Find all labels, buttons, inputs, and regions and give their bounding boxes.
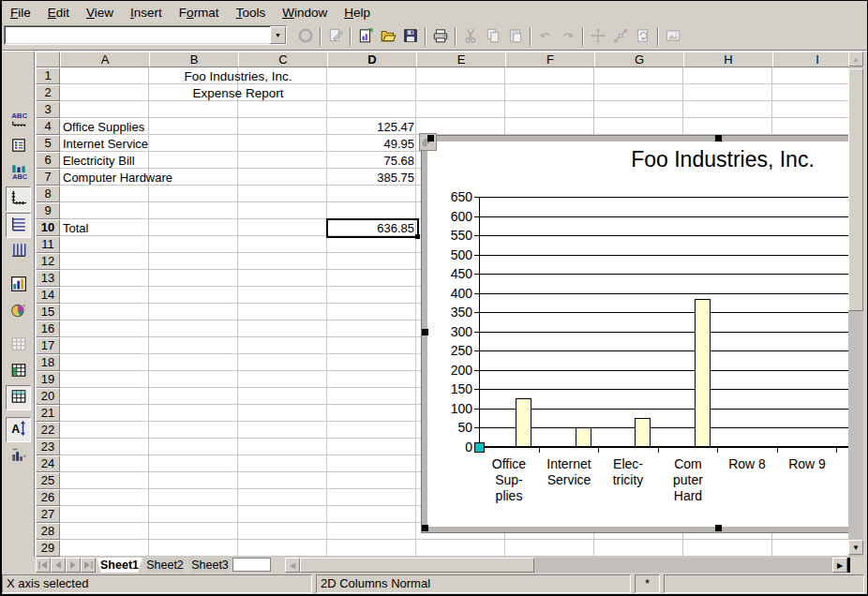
menu-window[interactable]: Window <box>274 3 336 22</box>
embedded-chart[interactable]: Foo Industries, Inc. 0501001502002503003… <box>422 136 848 532</box>
row-header-29[interactable]: 29 <box>36 540 60 557</box>
row-header-28[interactable]: 28 <box>36 523 60 540</box>
row-header-20[interactable]: 20 <box>36 388 60 405</box>
save-button[interactable] <box>399 25 422 48</box>
bar-computer-hard[interactable] <box>695 299 711 447</box>
horizontal-grid-on-off-button[interactable] <box>6 213 31 238</box>
row-header-4[interactable]: 4 <box>36 118 60 135</box>
selection-handle[interactable] <box>715 525 722 531</box>
row-header-15[interactable]: 15 <box>36 304 60 320</box>
tab-sheet1[interactable]: Sheet1 <box>97 558 142 573</box>
title-on-off-button[interactable]: ABC <box>6 108 31 133</box>
cell-a5[interactable]: Internet Service <box>63 137 321 152</box>
column-header-a[interactable]: A <box>60 52 150 67</box>
row-header-6[interactable]: 6 <box>36 152 60 169</box>
combobox-input[interactable] <box>5 26 270 44</box>
row-header-19[interactable]: 19 <box>36 371 60 388</box>
column-header-g[interactable]: G <box>594 52 684 67</box>
new-document-button[interactable] <box>354 25 377 48</box>
menu-help[interactable]: Help <box>336 3 379 22</box>
bar-internet-service[interactable] <box>576 427 591 447</box>
column-header-e[interactable]: E <box>416 52 506 67</box>
scroll-right-button[interactable]: ▶ <box>832 558 847 573</box>
cell-d7[interactable]: 385.75 <box>328 171 414 186</box>
fill-handle[interactable] <box>415 234 420 239</box>
row-header-11[interactable]: 11 <box>36 236 60 253</box>
column-header-h[interactable]: H <box>683 52 773 67</box>
auto-layout-button[interactable] <box>6 443 31 469</box>
x-axis-label[interactable]: OfficeSup-plies <box>479 456 539 504</box>
tab-sheet3[interactable]: Sheet3 <box>187 558 232 573</box>
previous-sheet-button[interactable] <box>51 558 66 573</box>
row-header-24[interactable]: 24 <box>36 455 60 472</box>
cell-a10[interactable]: Total <box>63 221 321 236</box>
first-sheet-button[interactable] <box>36 558 51 573</box>
row-header-10[interactable]: 10 <box>36 219 60 236</box>
row-header-17[interactable]: 17 <box>36 337 60 354</box>
horizontal-scrollbar[interactable]: ◀▶ <box>285 558 847 573</box>
row-header-1[interactable]: 1 <box>36 67 60 84</box>
cell-a7[interactable]: Computer Hardware <box>63 171 321 186</box>
cell-d4[interactable]: 125.47 <box>328 120 414 135</box>
vertical-scrollbar-thumb[interactable] <box>848 68 863 311</box>
row-header-12[interactable]: 12 <box>36 253 60 270</box>
row-header-21[interactable]: 21 <box>36 405 60 422</box>
axes-title-on-off-button[interactable]: ABC <box>6 160 31 186</box>
combobox-dropdown-button[interactable]: ▼ <box>270 26 286 44</box>
selection-handle[interactable] <box>422 525 428 531</box>
tab-sheet2[interactable]: Sheet2 <box>142 558 187 573</box>
axis-selection-handle[interactable] <box>474 442 485 453</box>
x-axis-label[interactable]: ComputerHard <box>658 456 718 504</box>
row-header-27[interactable]: 27 <box>36 506 60 523</box>
row-header-2[interactable]: 2 <box>36 84 60 101</box>
row-header-8[interactable]: 8 <box>36 186 60 202</box>
next-sheet-button[interactable] <box>66 558 81 573</box>
selection-handle[interactable] <box>427 135 434 142</box>
column-header-c[interactable]: C <box>238 52 328 67</box>
x-axis-label[interactable]: InternetService <box>539 456 599 488</box>
scroll-up-button[interactable]: ▲ <box>848 52 863 67</box>
cell-d5[interactable]: 49.95 <box>328 137 414 152</box>
row-header-16[interactable]: 16 <box>36 320 60 337</box>
bar-electricity[interactable] <box>635 418 651 447</box>
selection-handle[interactable] <box>422 329 428 335</box>
row-header-5[interactable]: 5 <box>36 135 60 152</box>
legend-on-off-button[interactable] <box>6 134 31 159</box>
cell-d6[interactable]: 75.68 <box>328 154 414 169</box>
row-header-14[interactable]: 14 <box>36 287 60 304</box>
row-header-25[interactable]: 25 <box>36 472 60 489</box>
row-header-23[interactable]: 23 <box>36 439 60 455</box>
cell-a4[interactable]: Office Supplies <box>63 120 321 135</box>
menu-edit[interactable]: Edit <box>39 3 78 22</box>
column-header-i[interactable]: I <box>772 52 848 67</box>
scale-text-button[interactable]: A <box>6 417 31 442</box>
cell-a6[interactable]: Electricity Bill <box>63 154 321 169</box>
column-header-b[interactable]: B <box>149 52 239 67</box>
vertical-grid-on-off-button[interactable] <box>6 239 31 264</box>
row-header-18[interactable]: 18 <box>36 354 60 371</box>
scroll-left-button[interactable]: ◀ <box>285 558 300 573</box>
horizontal-scrollbar-thumb[interactable] <box>300 558 534 573</box>
bar-office-supplies[interactable] <box>516 398 531 447</box>
menu-file[interactable]: File <box>2 3 39 22</box>
x-axis[interactable] <box>479 446 848 448</box>
open-button[interactable] <box>377 25 399 48</box>
scroll-down-button[interactable]: ▼ <box>848 540 863 555</box>
menu-format[interactable]: Format <box>171 3 228 22</box>
axes-on-off-button[interactable] <box>6 186 31 212</box>
print-button[interactable] <box>429 25 452 48</box>
column-header-d[interactable]: D <box>327 52 417 67</box>
row-header-3[interactable]: 3 <box>36 101 60 118</box>
row-header-22[interactable]: 22 <box>36 422 60 439</box>
chart-type-button[interactable] <box>6 299 31 324</box>
row-header-7[interactable]: 7 <box>36 169 60 186</box>
x-axis-label[interactable]: Row 9 <box>777 456 837 472</box>
last-sheet-button[interactable] <box>81 558 96 573</box>
y-axis[interactable] <box>479 197 480 447</box>
chart-plot-area[interactable]: 050100150200250300350400450500550600650O… <box>427 142 848 527</box>
menu-insert[interactable]: Insert <box>122 3 171 22</box>
toolbar-combobox[interactable]: ▼ <box>4 25 287 45</box>
data-in-columns-button[interactable] <box>6 385 31 410</box>
vertical-scrollbar[interactable]: ▲▼ <box>848 52 863 557</box>
row-header-26[interactable]: 26 <box>36 489 60 506</box>
